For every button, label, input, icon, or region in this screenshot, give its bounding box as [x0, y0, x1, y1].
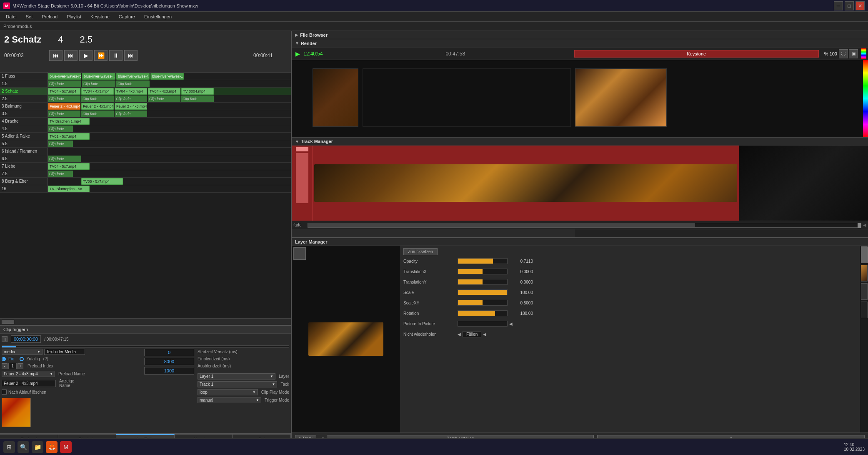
pause-small-icon[interactable]: ⏸	[2, 336, 8, 342]
startzeit-input[interactable]: 0	[144, 349, 194, 356]
menu-einstellungen[interactable]: Einstellungen	[140, 13, 176, 20]
index-inc-button[interactable]: +	[18, 363, 23, 369]
index-value[interactable]: 1	[8, 363, 17, 369]
clip[interactable]: Feuer 2 - 4x3.mp4	[81, 103, 114, 110]
fade-handle-left[interactable]	[858, 223, 861, 228]
file-explorer-icon[interactable]: 📁	[32, 441, 43, 453]
param-pip-bar[interactable]	[458, 321, 508, 327]
clip[interactable]: Clip fade	[48, 141, 73, 147]
clip[interactable]: blue-river-waves-r...	[116, 73, 150, 80]
trigger-dropdown[interactable]: manual ▼	[198, 397, 261, 403]
track-content[interactable]: TV01 - 5x7.mp4	[48, 133, 291, 140]
einblend-input[interactable]: 8000	[144, 358, 194, 365]
track-content[interactable]: TV Drachen 1.mp4	[48, 118, 291, 125]
track-content[interactable]	[48, 148, 291, 155]
track-content[interactable]: Clip fade	[48, 140, 291, 147]
clip-mode-dropdown[interactable]: loop ▼	[198, 389, 258, 395]
track-content[interactable]: blue-river-waves-ro... blue-river-waves-…	[48, 73, 291, 80]
menu-playlist[interactable]: Playlist	[63, 13, 85, 20]
firefox-icon[interactable]: 🦊	[46, 441, 58, 453]
maximize-button[interactable]: □	[845, 1, 854, 10]
clip[interactable]: Clip fade	[48, 111, 80, 117]
clip[interactable]: TV01 - 5x7.mp4	[48, 133, 90, 140]
timeline-scrollbar[interactable]	[0, 318, 291, 325]
param-nicht-arrow2[interactable]: ◀	[483, 332, 486, 337]
track-content[interactable]: Clip fade Clip fade Clip fade	[48, 80, 291, 87]
clip[interactable]: Feuer 2 - 4x3.mp4	[48, 103, 80, 110]
track-content[interactable]: Clip fade	[48, 170, 291, 177]
track-content[interactable]: Clip fade	[48, 155, 291, 162]
track-content[interactable]: Clip fade Clip fade Clip fade	[48, 110, 291, 117]
menu-set[interactable]: Set	[22, 13, 37, 20]
clip[interactable]: TV04 - 5x7.mp4	[48, 163, 90, 170]
clip[interactable]: TV04 - 4x3.mp4	[81, 88, 114, 95]
play-button[interactable]: ▶	[79, 50, 93, 61]
clip[interactable]: blue-river-waves-...	[150, 73, 184, 80]
pause-button[interactable]: ⏸	[109, 50, 123, 61]
close-button[interactable]: ✕	[855, 1, 865, 10]
clip[interactable]: TV05 - 5x7.mp4	[81, 178, 123, 185]
clip[interactable]: Clip fade	[81, 96, 114, 102]
clip[interactable]: TV 0004.mp4	[181, 88, 214, 95]
reset-button[interactable]: Zurücksetzen	[403, 248, 438, 255]
fast-forward-button[interactable]: ⏩	[94, 50, 108, 61]
nach-ablauf-checkbox[interactable]	[2, 390, 7, 395]
param-nicht-arrow[interactable]: ◀	[458, 332, 461, 337]
track-content[interactable]: Feuer 2 - 4x3.mp4 Feuer 2 - 4x3.mp4 Feue…	[48, 103, 291, 110]
param-pip-arrow[interactable]: ◀	[509, 322, 513, 326]
clip-progress-bar[interactable]	[2, 345, 289, 348]
clip[interactable]: TV04 - 4x3.mp4	[115, 88, 147, 95]
param-ty-bar[interactable]	[458, 279, 508, 285]
param-rot-bar[interactable]	[458, 310, 508, 316]
param-opacity-bar[interactable]	[458, 258, 508, 264]
track-content[interactable]: TV05 - 5x7.mp4	[48, 178, 291, 185]
clip[interactable]: Clip fade	[48, 126, 73, 132]
clip[interactable]: blue-river-waves-...	[82, 73, 115, 80]
clip[interactable]: Clip fade	[115, 111, 147, 117]
clip[interactable]: TV04 - 4x3.mp4	[148, 88, 180, 95]
render-play-button[interactable]: ▶	[293, 50, 302, 58]
clip[interactable]: Clip fade	[181, 96, 214, 102]
prev-button[interactable]: ⏭	[64, 50, 78, 61]
clip[interactable]: Clip fade	[48, 96, 80, 102]
windowed-button[interactable]: ▣	[849, 49, 858, 58]
param-sxy-bar[interactable]	[458, 300, 508, 306]
track-dropdown[interactable]: Track 1 ▼	[198, 381, 277, 387]
track-content[interactable]: TV04 - 5x7.mp4 TV04 - 4x3.mp4 TV04 - 4x3…	[48, 88, 291, 95]
track-content[interactable]: TV04 - 5x7.mp4	[48, 163, 291, 170]
media-dropdown[interactable]: media ▼	[2, 349, 43, 355]
index-dec-button[interactable]: -	[2, 363, 8, 369]
layer-thumb-1[interactable]	[861, 246, 868, 263]
clip[interactable]: blue-river-waves-ro...	[48, 73, 81, 80]
menu-capture[interactable]: Capture	[115, 13, 139, 20]
param-nicht-val[interactable]: Füllen	[463, 331, 481, 337]
param-tx-bar[interactable]	[458, 269, 508, 274]
clip[interactable]: Clip fade	[48, 171, 73, 177]
scroll-handle[interactable]	[2, 320, 14, 324]
ausblend-input[interactable]: 1000	[144, 367, 194, 375]
track-content[interactable]: Clip fade	[48, 125, 291, 132]
clip[interactable]: Clip fade	[48, 80, 81, 87]
layer-thumb-4[interactable]	[861, 302, 868, 318]
clip[interactable]: TV04 - 5x7.mp4	[48, 88, 80, 95]
render-arrow-icon[interactable]: ▼	[295, 41, 299, 45]
keystone-button[interactable]: Keystone	[574, 50, 819, 58]
file-browser-arrow-icon[interactable]: ▶	[295, 33, 298, 37]
layer-dropdown[interactable]: Layer 1 ▼	[198, 373, 275, 380]
clip[interactable]: TV- Bluttropfen - 5x...	[48, 186, 90, 192]
start-icon[interactable]: ⊞	[3, 441, 15, 453]
clip[interactable]: TV Drachen 1.mp4	[48, 118, 90, 125]
search-icon[interactable]: 🔍	[18, 441, 29, 453]
fix-radio-dot[interactable]	[2, 357, 6, 361]
fade-bar-left[interactable]	[308, 223, 861, 228]
layer-thumb-2[interactable]	[861, 265, 868, 282]
clip[interactable]: Clip fade	[116, 80, 150, 87]
param-scale-bar[interactable]	[458, 289, 508, 295]
layer-thumb-3[interactable]	[861, 283, 868, 300]
track-content[interactable]: Clip fade Clip fade Clip fade Clip fade …	[48, 95, 291, 102]
clip[interactable]: Feuer 2 - 4x3.mp4	[115, 103, 147, 110]
clip[interactable]: Clip fade	[82, 80, 115, 87]
clip[interactable]: Clip fade	[115, 96, 147, 102]
menu-keystone[interactable]: Keystone	[86, 13, 114, 20]
menu-preload[interactable]: Preload	[38, 13, 62, 20]
